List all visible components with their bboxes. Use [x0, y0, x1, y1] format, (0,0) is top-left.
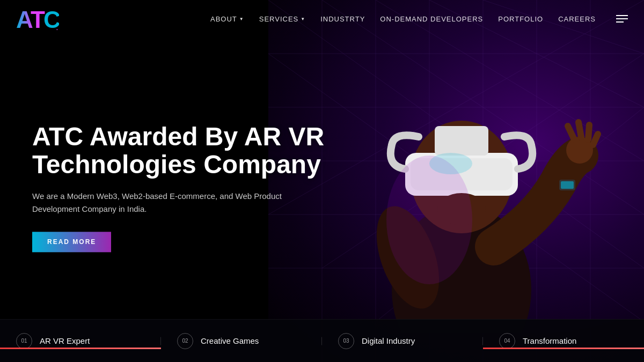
nav-careers[interactable]: CAREERS: [558, 15, 596, 23]
svg-line-31: [588, 125, 589, 139]
feature-label-4: Transformation: [523, 336, 576, 345]
feature-number-1: 01: [16, 333, 32, 349]
svg-text:T: T: [31, 6, 45, 32]
hero-title: ATC Awarded By AR VR Technologies Compan…: [32, 123, 343, 180]
nav-on-demand[interactable]: ON-DEMAND DEVELOPERS: [380, 15, 483, 23]
hero-subtitle: We are a Modern Web3, Web2-based E-comme…: [32, 190, 290, 216]
feature-item-3[interactable]: 03 Digital Industry: [322, 333, 483, 349]
svg-text:.: .: [56, 25, 58, 31]
main-nav: ABOUT ▼ SERVICES ▼ INDUSTRTY ON-DEMAND D…: [210, 15, 628, 23]
menu-line-bot: [616, 21, 624, 23]
feature-number-2: 02: [177, 333, 193, 349]
nav-about[interactable]: ABOUT ▼: [210, 15, 244, 23]
site-logo[interactable]: A T C .: [16, 5, 59, 32]
menu-line-mid: [616, 18, 628, 19]
svg-point-35: [386, 156, 472, 284]
svg-line-30: [579, 122, 581, 137]
feature-number-3: 03: [338, 333, 354, 349]
hero-content: ATC Awarded By AR VR Technologies Compan…: [32, 123, 343, 253]
site-header: A T C .: [0, 0, 644, 38]
svg-line-29: [568, 126, 574, 139]
services-dropdown-arrow: ▼: [301, 17, 305, 21]
feature-label-1: AR VR Expert: [40, 336, 90, 345]
nav-portfolio[interactable]: PORTFOLIO: [498, 15, 543, 23]
svg-rect-25: [435, 126, 488, 156]
nav-services[interactable]: SERVICES ▼: [259, 15, 305, 23]
about-dropdown-arrow: ▼: [239, 17, 244, 21]
feature-item-4[interactable]: 04 Transformation: [483, 333, 644, 349]
hamburger-menu[interactable]: [616, 15, 628, 23]
svg-rect-34: [561, 181, 574, 189]
menu-line-top: [616, 15, 628, 16]
svg-line-32: [593, 134, 598, 145]
feature-label-3: Digital Industry: [362, 336, 415, 345]
vr-person-image: [311, 32, 612, 333]
svg-point-36: [429, 153, 472, 174]
hero-section: A T C .: [0, 0, 644, 362]
read-more-button[interactable]: READ MORE: [32, 232, 111, 252]
feature-item-2[interactable]: 02 Creative Games: [161, 333, 322, 349]
nav-industry[interactable]: INDUSTRTY: [320, 15, 365, 23]
feature-number-4: 04: [499, 333, 515, 349]
feature-label-2: Creative Games: [201, 336, 259, 345]
feature-item-1[interactable]: 01 AR VR Expert: [0, 333, 161, 349]
bottom-features-bar: 01 AR VR Expert 02 Creative Games 03 Dig…: [0, 319, 644, 362]
